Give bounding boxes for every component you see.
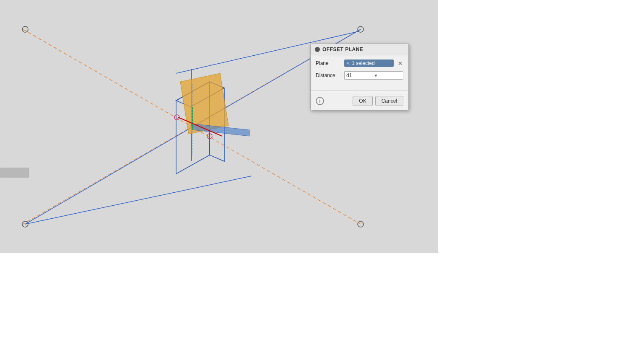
dialog-divider: [311, 90, 408, 91]
geometry-canvas: [0, 0, 438, 253]
cancel-button[interactable]: Cancel: [375, 96, 403, 106]
distance-label: Distance: [316, 72, 341, 78]
dialog-body: Plane ↖ 1 selected ✕ Distance d1 ▼: [311, 55, 408, 88]
dialog-header: OFFSET PLANE: [311, 44, 408, 55]
plane-selected-text: 1 selected: [352, 60, 375, 66]
dialog-header-icon: [315, 47, 320, 52]
bottom-left-bar: [0, 168, 29, 178]
right-panel: [438, 0, 644, 253]
plane-selected-icon: ↖: [347, 61, 350, 66]
info-button[interactable]: i: [316, 97, 324, 105]
viewport[interactable]: OFFSET PLANE Plane ↖ 1 selected ✕ Distan…: [0, 0, 438, 253]
plane-selected-badge[interactable]: ↖ 1 selected: [344, 59, 394, 67]
distance-value: d1: [346, 72, 374, 78]
plane-clear-button[interactable]: ✕: [397, 61, 403, 66]
offset-plane-dialog: OFFSET PLANE Plane ↖ 1 selected ✕ Distan…: [310, 44, 409, 111]
distance-dropdown-arrow[interactable]: ▼: [374, 73, 402, 78]
distance-row: Distance d1 ▼: [316, 71, 403, 80]
ok-button[interactable]: OK: [353, 96, 372, 106]
dialog-title: OFFSET PLANE: [322, 47, 363, 52]
distance-dropdown[interactable]: d1 ▼: [344, 71, 403, 80]
plane-row: Plane ↖ 1 selected ✕: [316, 59, 403, 67]
svg-line-5: [25, 176, 252, 224]
bottom-panel: [0, 253, 644, 362]
plane-label: Plane: [316, 60, 341, 66]
dialog-footer: i OK Cancel: [311, 93, 408, 110]
